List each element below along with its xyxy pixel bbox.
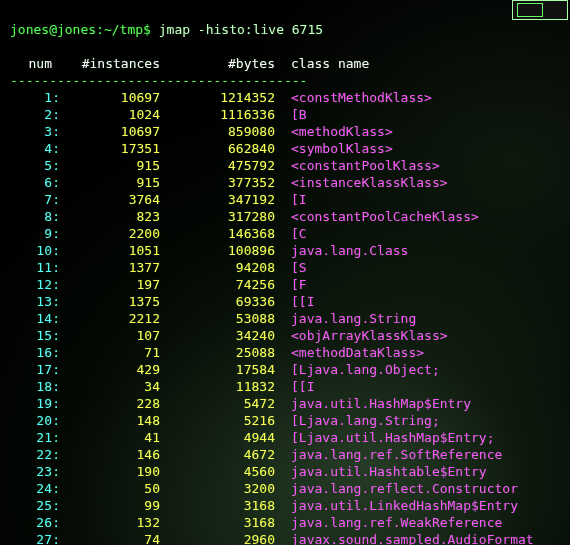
histogram-row: 11:137794208[S xyxy=(10,259,566,276)
row-num: 12 xyxy=(10,276,52,293)
row-class: [Ljava.lang.Object; xyxy=(291,361,440,378)
row-num: 8 xyxy=(10,208,52,225)
header-row: num #instances#bytesclass name xyxy=(10,56,369,71)
row-instances: 429 xyxy=(60,361,160,378)
row-colon: : xyxy=(52,327,60,344)
row-bytes: 475792 xyxy=(160,157,275,174)
histogram-row: 7:3764347192[I xyxy=(10,191,566,208)
row-colon: : xyxy=(52,412,60,429)
terminal-window[interactable]: jones@jones:~/tmp$ jmap -histo:live 6715… xyxy=(0,0,570,545)
row-bytes: 53088 xyxy=(160,310,275,327)
row-instances: 41 xyxy=(60,429,160,446)
row-bytes: 17584 xyxy=(160,361,275,378)
row-num: 5 xyxy=(10,157,52,174)
row-class: <methodDataKlass> xyxy=(291,344,424,361)
row-colon: : xyxy=(52,276,60,293)
row-num: 16 xyxy=(10,344,52,361)
row-num: 17 xyxy=(10,361,52,378)
row-class: [B xyxy=(291,106,307,123)
row-num: 2 xyxy=(10,106,52,123)
row-bytes: 377352 xyxy=(160,174,275,191)
row-colon: : xyxy=(52,378,60,395)
row-instances: 71 xyxy=(60,344,160,361)
row-bytes: 4944 xyxy=(160,429,275,446)
row-colon: : xyxy=(52,225,60,242)
row-colon: : xyxy=(52,123,60,140)
histogram-row: 26:1323168java.lang.ref.WeakReference xyxy=(10,514,566,531)
row-num: 19 xyxy=(10,395,52,412)
row-colon: : xyxy=(52,497,60,514)
histogram-row: 12:19774256[F xyxy=(10,276,566,293)
row-colon: : xyxy=(52,293,60,310)
header-bytes: #bytes xyxy=(160,55,275,72)
row-class: java.lang.reflect.Constructor xyxy=(291,480,518,497)
prompt-host: jones xyxy=(57,22,96,37)
row-class: [S xyxy=(291,259,307,276)
histogram-row: 14:221253088java.lang.String xyxy=(10,310,566,327)
row-instances: 2200 xyxy=(60,225,160,242)
row-num: 14 xyxy=(10,310,52,327)
row-instances: 107 xyxy=(60,327,160,344)
histogram-row: 16:7125088<methodDataKlass> xyxy=(10,344,566,361)
row-colon: : xyxy=(52,310,60,327)
row-num: 1 xyxy=(10,89,52,106)
histogram-row: 13:137569336[[I xyxy=(10,293,566,310)
row-colon: : xyxy=(52,174,60,191)
row-instances: 148 xyxy=(60,412,160,429)
terminal-output[interactable]: jones@jones:~/tmp$ jmap -histo:live 6715… xyxy=(0,0,570,545)
row-bytes: 11832 xyxy=(160,378,275,395)
histogram-row: 18:3411832[[I xyxy=(10,378,566,395)
row-class: java.lang.Class xyxy=(291,242,408,259)
histogram-row: 23:1904560java.util.Hashtable$Entry xyxy=(10,463,566,480)
histogram-row: 17:42917584[Ljava.lang.Object; xyxy=(10,361,566,378)
row-colon: : xyxy=(52,191,60,208)
row-colon: : xyxy=(52,514,60,531)
row-instances: 34 xyxy=(60,378,160,395)
histogram-row: 2:10241116336[B xyxy=(10,106,566,123)
row-colon: : xyxy=(52,259,60,276)
header-num: num xyxy=(10,55,52,72)
row-num: 22 xyxy=(10,446,52,463)
row-colon: : xyxy=(52,361,60,378)
row-num: 3 xyxy=(10,123,52,140)
row-num: 18 xyxy=(10,378,52,395)
row-bytes: 74256 xyxy=(160,276,275,293)
row-bytes: 100896 xyxy=(160,242,275,259)
histogram-row: 9:2200146368[C xyxy=(10,225,566,242)
row-instances: 190 xyxy=(60,463,160,480)
row-num: 7 xyxy=(10,191,52,208)
row-num: 13 xyxy=(10,293,52,310)
row-colon: : xyxy=(52,429,60,446)
row-bytes: 4672 xyxy=(160,446,275,463)
header-rule: -------------------------------------- xyxy=(10,73,307,88)
row-bytes: 25088 xyxy=(160,344,275,361)
histogram-row: 1:106971214352<constMethodKlass> xyxy=(10,89,566,106)
row-class: java.util.HashMap$Entry xyxy=(291,395,471,412)
prompt-cwd: ~/tmp xyxy=(104,22,143,37)
row-bytes: 347192 xyxy=(160,191,275,208)
histogram-row: 8:823317280<constantPoolCacheKlass> xyxy=(10,208,566,225)
row-colon: : xyxy=(52,157,60,174)
prompt-user: jones xyxy=(10,22,49,37)
row-instances: 1375 xyxy=(60,293,160,310)
histogram-row: 21:414944[Ljava.util.HashMap$Entry; xyxy=(10,429,566,446)
histogram-row: 5:915475792<constantPoolKlass> xyxy=(10,157,566,174)
row-class: <constantPoolKlass> xyxy=(291,157,440,174)
row-instances: 50 xyxy=(60,480,160,497)
row-num: 23 xyxy=(10,463,52,480)
row-class: java.lang.ref.WeakReference xyxy=(291,514,502,531)
row-colon: : xyxy=(52,344,60,361)
row-bytes: 1214352 xyxy=(160,89,275,106)
row-class: <instanceKlassKlass> xyxy=(291,174,448,191)
row-num: 4 xyxy=(10,140,52,157)
row-instances: 915 xyxy=(60,174,160,191)
histogram-row: 19:2285472java.util.HashMap$Entry xyxy=(10,395,566,412)
row-class: [F xyxy=(291,276,307,293)
row-class: <objArrayKlassKlass> xyxy=(291,327,448,344)
prompt-symbol: $ xyxy=(143,22,151,37)
row-bytes: 859080 xyxy=(160,123,275,140)
row-instances: 146 xyxy=(60,446,160,463)
histogram-row: 6:915377352<instanceKlassKlass> xyxy=(10,174,566,191)
row-colon: : xyxy=(52,89,60,106)
row-bytes: 146368 xyxy=(160,225,275,242)
